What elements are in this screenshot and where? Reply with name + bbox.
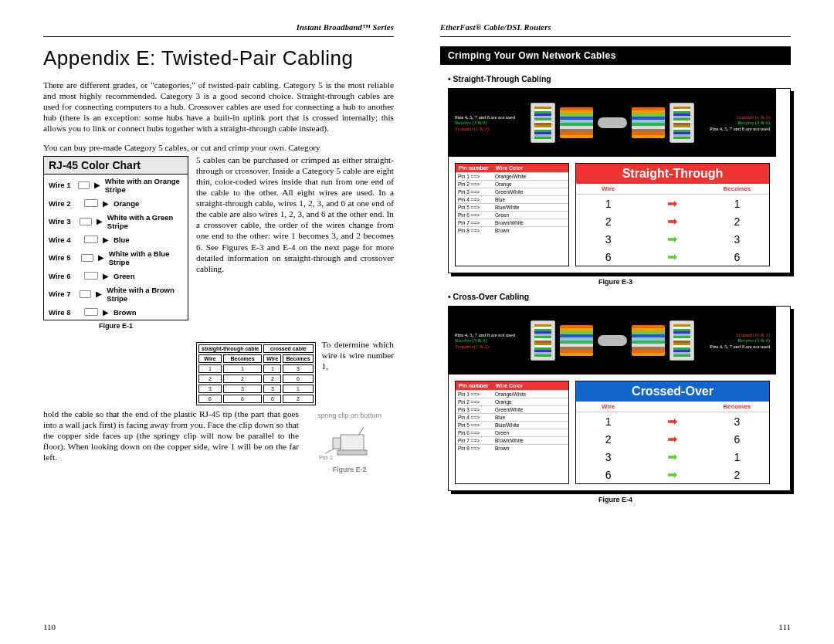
- wire-swatch-icon: [84, 199, 98, 207]
- wire-color: White with a Brown Stripe: [107, 286, 183, 303]
- svg-rect-1: [337, 450, 367, 455]
- mini-st-hdr: straight-through cable: [198, 344, 262, 353]
- wire-fanout-icon: [632, 107, 664, 138]
- rj45-wire-row: Wire 3▶White with a Green Stripe: [44, 211, 188, 233]
- wire-swatch-icon: [80, 218, 92, 225]
- arrow-icon: ➡: [640, 449, 704, 464]
- straight-through-label: • Straight-Through Cabling: [448, 74, 791, 83]
- arrow-icon: ➡: [640, 414, 704, 429]
- wire-name: Wire 4: [49, 236, 80, 244]
- becomes-table: Crossed-Over WireBecomes1➡32➡63➡16➡2: [575, 381, 770, 484]
- wire-color: Brown: [114, 308, 137, 317]
- page-number-left: 110: [43, 622, 56, 632]
- becomes-row: 6➡2: [576, 466, 769, 483]
- wire-fanout-icon: [560, 107, 592, 138]
- para-2-intro: You can buy pre-made Category 5 cables, …: [43, 142, 394, 153]
- wire-color: White with an Orange Stripe: [105, 177, 183, 194]
- rj45-wire-row: Wire 6▶Green: [44, 269, 188, 283]
- pin-color-table: Pin numberWire ColorPin 1 ==>Orange/Whit…: [455, 163, 569, 266]
- becomes-row: 3➡1: [576, 448, 769, 466]
- arrow-icon: ▶: [94, 181, 100, 189]
- mini-co-hdr: crossed cable: [263, 344, 313, 353]
- diagram-bottom: Pin numberWire ColorPin 1 ==>Orange/Whit…: [449, 157, 776, 273]
- cable-icon: [598, 117, 628, 128]
- becomes-row: 2➡2: [576, 212, 769, 230]
- arrow-icon: ➡: [640, 214, 704, 229]
- rj45-wire-row: Wire 1▶White with an Orange Stripe: [44, 175, 188, 197]
- wire-color: Orange: [114, 199, 139, 208]
- rj45-chart-box: RJ-45 Color Chart Wire 1▶White with an O…: [43, 156, 188, 336]
- becomes-row: 2➡6: [576, 430, 769, 448]
- diagram-top: Pins 4, 5, 7 and 8 are not used Receive …: [449, 89, 776, 157]
- wire-name: Wire 2: [49, 199, 80, 208]
- arrow-icon: ▶: [98, 253, 104, 262]
- arrow-icon: ➡: [640, 249, 704, 264]
- figure-e4: Pins 4, 5, 7 and 8 are not used Receive …: [448, 306, 791, 491]
- right-end-labels: Transmit (1 & 2) Receive (3 & 6) Pins 4,…: [699, 332, 770, 348]
- left-end-labels: Pins 4, 5, 7 and 8 are not used Receive …: [455, 332, 526, 348]
- wire-color: Green: [114, 272, 134, 280]
- left-rule: [43, 36, 394, 37]
- connector-right-icon: [670, 103, 695, 143]
- arrow-icon: ▶: [103, 236, 109, 244]
- rj45-tip-icon: Pin 1: [319, 421, 381, 464]
- connector-left-icon: [531, 320, 556, 361]
- left-end-labels: Pins 4, 5, 7 and 8 are not used Receive …: [455, 114, 526, 130]
- page-number-right: 111: [778, 622, 791, 632]
- right-running-header: EtherFast® Cable/DSL Routers: [440, 23, 791, 32]
- arrow-icon: ➡: [640, 467, 704, 482]
- wire-name: Wire 3: [49, 217, 75, 225]
- diagram-top: Pins 4, 5, 7 and 8 are not used Receive …: [449, 307, 776, 375]
- rj45-chart: RJ-45 Color Chart Wire 1▶White with an O…: [43, 156, 188, 320]
- arrow-icon: ▶: [103, 272, 109, 280]
- rj45-wire-row: Wire 4▶Blue: [44, 233, 188, 247]
- cable-icon: [598, 335, 628, 346]
- pin-color-table: Pin numberWire ColorPin 1 ==>Orange/Whit…: [455, 381, 569, 484]
- diagram-bottom: Pin numberWire ColorPin 1 ==>Orange/Whit…: [449, 375, 776, 490]
- svg-text:Pin 1: Pin 1: [319, 454, 334, 461]
- wire-name: Wire 5: [49, 253, 76, 262]
- connector-left-icon: [531, 103, 556, 143]
- svg-line-3: [325, 449, 334, 453]
- wire-name: Wire 7: [49, 290, 75, 298]
- wire-swatch-icon: [80, 290, 91, 298]
- wrap-row: RJ-45 Color Chart Wire 1▶White with an O…: [43, 154, 394, 339]
- becomes-row: 1➡3: [576, 412, 769, 430]
- right-page: EtherFast® Cable/DSL Routers Crimping Yo…: [417, 0, 834, 644]
- rj45-wire-row: Wire 8▶Brown: [44, 306, 188, 320]
- wire-name: Wire 8: [49, 308, 80, 317]
- mini-mapping-table: straight-through cablecrossed cable Wire…: [196, 342, 316, 405]
- wire-swatch-icon: [84, 236, 98, 243]
- para-1: There are different grades, or "categori…: [43, 80, 394, 134]
- tip-spring-label: spring clip on bottom: [317, 412, 381, 419]
- svg-rect-2: [333, 438, 341, 449]
- appendix-title: Appendix E: Twisted-Pair Cabling: [43, 46, 394, 70]
- rj45-tip-figure: spring clip on bottom Pin 1 Figure E-2: [305, 412, 394, 480]
- rj45-wire-row: Wire 2▶Orange: [44, 197, 188, 211]
- wire-swatch-icon: [81, 254, 93, 262]
- wire-name: Wire 1: [49, 181, 73, 189]
- figure-e3-caption: Figure E-3: [440, 278, 791, 286]
- arrow-icon: ▶: [103, 199, 109, 208]
- right-end-labels: Transmit (1 & 2) Receive (3 & 6) Pins 4,…: [699, 114, 770, 130]
- figure-e1-caption: Figure E-1: [43, 322, 188, 330]
- left-page: Instant Broadband™ Series Appendix E: Tw…: [0, 0, 417, 644]
- rj45-chart-title: RJ-45 Color Chart: [44, 157, 188, 175]
- becomes-row: 1➡1: [576, 195, 769, 212]
- wire-color: White with a Green Stripe: [107, 213, 183, 230]
- right-rule: [440, 36, 791, 37]
- wire-swatch-icon: [84, 308, 98, 316]
- arrow-icon: ➡: [640, 432, 704, 446]
- wire-swatch-icon: [78, 181, 90, 189]
- connector-right-icon: [670, 320, 695, 361]
- arrow-icon: ➡: [640, 232, 704, 246]
- figure-e4-caption: Figure E-4: [440, 496, 791, 503]
- svg-rect-0: [341, 435, 364, 452]
- becomes-row: 3➡3: [576, 230, 769, 248]
- figure-e3: Pins 4, 5, 7 and 8 are not used Receive …: [448, 88, 791, 273]
- section-heading: Crimping Your Own Network Cables: [440, 46, 791, 65]
- wire-color: Blue: [114, 236, 130, 244]
- becomes-row: 6➡6: [576, 248, 769, 266]
- wire-name: Wire 6: [49, 272, 80, 280]
- rj45-wire-row: Wire 5▶White with a Blue Stripe: [44, 247, 188, 269]
